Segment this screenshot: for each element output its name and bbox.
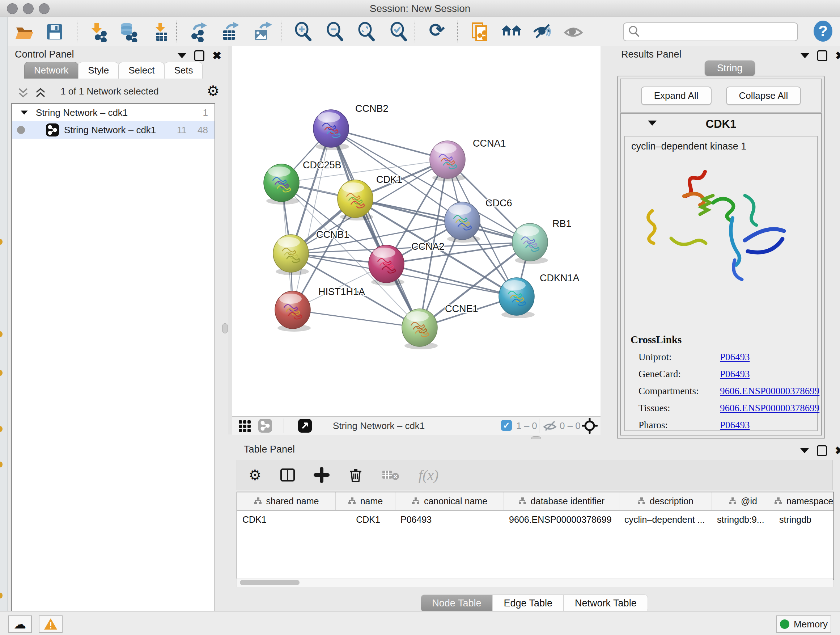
tab-edge-table[interactable]: Edge Table (493, 594, 564, 612)
crosslink-link[interactable]: P06493 (720, 420, 750, 431)
search-input[interactable] (643, 25, 793, 38)
table-horizontal-scrollbar[interactable] (237, 578, 834, 587)
protein-node-rb1[interactable]: RB1 (512, 218, 572, 264)
results-tab-string[interactable]: String (705, 60, 755, 76)
crosslink-link[interactable]: 9606.ENSP00000378699 (720, 386, 819, 397)
table-cell[interactable]: stringdb:9... (712, 510, 774, 529)
export-network-icon[interactable] (189, 22, 209, 42)
add-column-icon[interactable] (314, 467, 330, 483)
export-table-icon[interactable] (219, 22, 240, 42)
gene-entry-header[interactable]: CDK1 (621, 114, 821, 134)
hide-selected-eye-icon[interactable] (532, 22, 553, 42)
memory-button[interactable]: Memory (776, 616, 831, 633)
network-selection-status: 1 of 1 Network selected (12, 86, 207, 97)
scrollbar-thumb[interactable] (240, 580, 300, 585)
zoom-out-icon[interactable] (325, 22, 346, 42)
column-header-name[interactable]: name (336, 492, 395, 510)
tab-network-table[interactable]: Network Table (564, 594, 648, 612)
string-network-graph[interactable]: CCNB2CCNA1CDC25BCDK1CDC6RB1CCNB1CCNA2CDK… (232, 46, 600, 416)
export-image-icon[interactable] (252, 22, 272, 42)
zoom-fit-icon[interactable] (357, 22, 377, 42)
network-share-icon[interactable] (258, 419, 272, 432)
collapse-all-button[interactable]: Collapse All (726, 87, 801, 105)
protein-node-cdkn1a[interactable]: CDKN1A (499, 272, 579, 318)
protein-node-ccne1[interactable]: CCNE1 (402, 303, 478, 349)
panel-close-icon[interactable]: ✖ (835, 51, 840, 60)
column-header-description[interactable]: description (619, 492, 712, 510)
table-row[interactable]: CDK1CDK1P064939606.ENSP00000378699cyclin… (237, 510, 834, 529)
import-network-database-icon[interactable] (118, 22, 138, 42)
import-table-icon[interactable] (151, 22, 172, 42)
panel-menu-icon[interactable] (800, 448, 809, 453)
panel-float-icon[interactable] (194, 50, 204, 61)
protein-node-cdk1[interactable]: CDK1 (338, 174, 402, 220)
panel-close-icon[interactable]: ✖ (212, 51, 221, 60)
column-label: name (360, 496, 383, 507)
delete-column-icon[interactable] (347, 467, 363, 483)
show-all-houses-icon[interactable] (501, 22, 522, 42)
column-header-database-identifier[interactable]: database identifier (504, 492, 619, 510)
crosslink-link[interactable]: 9606.ENSP00000378699 (720, 402, 819, 414)
network-edge[interactable] (293, 310, 420, 328)
save-session-icon[interactable] (44, 22, 65, 42)
table-cell[interactable]: stringdb (774, 510, 834, 529)
birdseye-toggle-icon[interactable] (298, 419, 312, 432)
panel-float-icon[interactable] (817, 50, 827, 61)
cloud-status-button[interactable]: ☁ (8, 616, 32, 633)
refresh-icon[interactable]: ⟳ (429, 19, 449, 40)
protein-node-ccnb2[interactable]: CCNB2 (313, 103, 388, 150)
table-cell[interactable]: CDK1 (237, 510, 336, 529)
table-cell[interactable]: 9606.ENSP00000378699 (504, 510, 619, 529)
warnings-button[interactable] (39, 616, 63, 633)
network-collection-row[interactable]: String Network – cdk1 1 (12, 104, 215, 121)
protein-node-hist1h1a[interactable]: HIST1H1A (275, 287, 365, 332)
network-view-canvas[interactable]: CCNB2CCNA1CDC25BCDK1CDC6RB1CCNB1CCNA2CDK… (232, 46, 600, 416)
protein-node-cdc25b[interactable]: CDC25B (264, 160, 341, 204)
tab-network[interactable]: Network (24, 62, 78, 79)
open-session-icon[interactable] (14, 22, 35, 42)
tab-style[interactable]: Style (78, 62, 118, 79)
selected-checkbox-icon[interactable]: ✓ (501, 420, 512, 431)
pan-crosshair-icon[interactable] (582, 418, 598, 434)
tab-select[interactable]: Select (118, 62, 164, 79)
splitter-knob[interactable] (222, 323, 228, 333)
panel-close-icon[interactable]: ✖ (835, 447, 840, 455)
tab-node-table[interactable]: Node Table (421, 594, 493, 612)
network-edge[interactable] (331, 128, 420, 328)
import-network-file-icon[interactable] (88, 22, 108, 42)
help-icon[interactable]: ? (813, 20, 833, 41)
expand-all-button[interactable]: Expand All (641, 87, 712, 105)
show-columns-icon[interactable] (279, 467, 295, 483)
panel-float-icon[interactable] (817, 445, 827, 456)
network-current-dot-icon (17, 126, 25, 134)
zoom-selected-icon[interactable] (389, 22, 409, 42)
show-hidden-eye-icon[interactable] (564, 22, 584, 42)
network-options-gear-icon[interactable]: ⚙ (207, 84, 219, 98)
tab-sets[interactable]: Sets (164, 62, 202, 79)
panel-menu-icon[interactable] (801, 53, 809, 58)
column-header-namespace[interactable]: namespace (774, 492, 834, 510)
column-header-shared-name[interactable]: shared name (237, 492, 336, 510)
network-row-selected[interactable]: String Network – cdk1 11 48 (12, 121, 215, 139)
first-neighbors-icon[interactable] (470, 22, 490, 42)
crosslink-link[interactable]: P06493 (720, 352, 750, 363)
grid-view-icon[interactable] (239, 420, 251, 432)
table-cell[interactable]: P06493 (395, 510, 504, 529)
control-panel-tabs: NetworkStyleSelectSets (24, 62, 202, 79)
toolbar-separator (176, 21, 177, 42)
collection-expand-icon[interactable] (21, 111, 27, 114)
column-header-canonical-name[interactable]: canonical name (395, 492, 504, 510)
search-box[interactable] (623, 22, 798, 41)
delete-table-icon[interactable]: ✕ (382, 468, 401, 482)
crosslink-link[interactable]: P06493 (720, 369, 750, 380)
function-builder-icon[interactable]: f(x) (418, 467, 439, 484)
zoom-in-icon[interactable] (294, 22, 314, 42)
panel-menu-icon[interactable] (178, 53, 186, 58)
protein-node-ccna1[interactable]: CCNA1 (430, 138, 506, 181)
node-attribute-table[interactable]: shared namenamecanonical namedatabase id… (237, 492, 834, 580)
network-edge[interactable] (293, 128, 331, 310)
table-cell[interactable]: cyclin–dependent ... (619, 510, 712, 529)
table-cell[interactable]: CDK1 (336, 510, 395, 529)
table-options-gear-icon[interactable]: ⚙ (248, 467, 262, 483)
column-header--id[interactable]: @id (712, 492, 774, 510)
